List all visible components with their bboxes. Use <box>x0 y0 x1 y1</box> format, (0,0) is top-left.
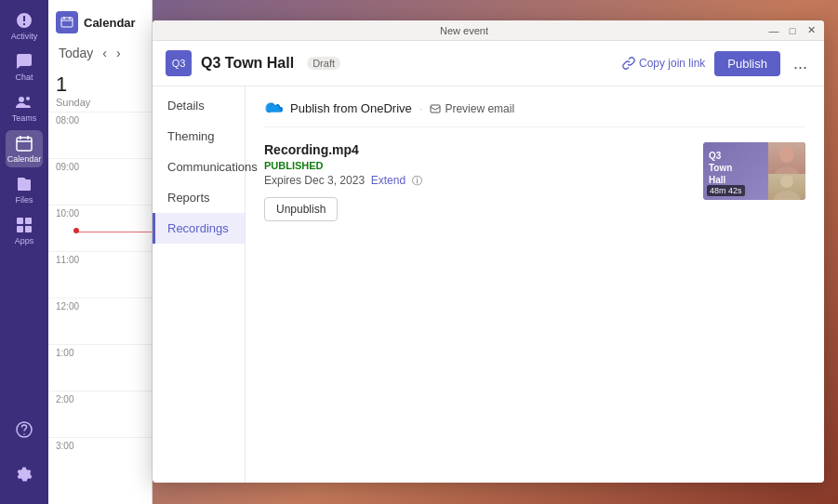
nav-item-reports[interactable]: Reports <box>153 182 245 213</box>
minimize-button[interactable]: — <box>768 25 779 36</box>
sidebar-item-calendar[interactable]: Calendar <box>6 130 43 167</box>
thumbnail-person2 <box>768 174 805 200</box>
recording-expiry: Expires Dec 3, 2023 Extend ⓘ <box>264 174 688 188</box>
draft-badge: Draft <box>307 57 340 70</box>
sidebar-item-teams[interactable]: Teams <box>6 89 43 126</box>
publish-source-label: Publish from OneDrive <box>290 101 412 115</box>
nav-item-theming[interactable]: Theming <box>153 121 245 152</box>
extend-link[interactable]: Extend <box>371 174 406 187</box>
modal-content: Publish from OneDrive · Preview email Re… <box>246 86 824 483</box>
recording-item: Recording.mp4 PUBLISHED Expires Dec 3, 2… <box>264 142 805 221</box>
thumbnail-duration: 48m 42s <box>707 185 745 196</box>
sidebar-item-files[interactable]: Files <box>6 171 43 208</box>
svg-point-14 <box>774 191 800 200</box>
svg-rect-10 <box>431 105 440 113</box>
time-slot-0800: 08:00 <box>48 112 152 158</box>
modal-header: Q3 Q3 Town Hall Draft Copy join link Pub… <box>153 41 824 86</box>
event-title: Q3 Town Hall <box>201 55 294 72</box>
calendar-panel: Calendar Today ‹ › 1 Sunday 08:00 09:00 … <box>48 0 153 504</box>
divider: · <box>419 101 423 115</box>
svg-rect-6 <box>25 226 32 232</box>
more-options-button[interactable]: ... <box>790 54 811 73</box>
modal-body: Details Theming Communications Reports R… <box>153 86 824 483</box>
svg-rect-3 <box>17 218 23 224</box>
sidebar-item-apps[interactable]: Apps <box>6 212 43 249</box>
event-icon: Q3 <box>166 50 192 76</box>
calendar-icon <box>56 11 78 33</box>
calendar-title: Calendar <box>84 16 136 30</box>
recording-info: Recording.mp4 PUBLISHED Expires Dec 3, 2… <box>264 142 688 221</box>
teams-sidebar: Activity Chat Teams Calendar Files Apps <box>0 0 48 504</box>
modal-titlebar: New event — □ ✕ <box>153 20 824 41</box>
recording-name: Recording.mp4 <box>264 142 688 157</box>
modal-nav: Details Theming Communications Reports R… <box>153 86 246 483</box>
close-button[interactable]: ✕ <box>805 25 817 36</box>
calendar-time-list: 08:00 09:00 10:00 11:00 12:00 1:00 2:00 … <box>48 112 152 484</box>
published-badge: PUBLISHED <box>264 160 688 171</box>
svg-rect-2 <box>17 138 32 151</box>
calendar-day-display: 1 Sunday <box>48 65 152 112</box>
window-controls: — □ ✕ <box>768 25 817 36</box>
time-slot-0900: 09:00 <box>48 158 152 205</box>
svg-point-1 <box>26 97 30 100</box>
preview-email-button[interactable]: Preview email <box>430 102 514 115</box>
svg-point-13 <box>780 175 793 188</box>
nav-item-communications[interactable]: Communications <box>153 152 245 182</box>
calendar-day-number: 1 <box>56 73 144 97</box>
recording-thumbnail: Q3 Town Hall <box>703 142 805 200</box>
modal-title: New event <box>160 25 768 36</box>
prev-button[interactable]: ‹ <box>100 45 110 61</box>
time-slot-1200: 12:00 <box>48 298 152 344</box>
publish-button[interactable]: Publish <box>714 51 780 76</box>
unpublish-button[interactable]: Unpublish <box>264 197 338 221</box>
thumbnail-person1 <box>768 142 805 178</box>
header-actions: Copy join link Publish ... <box>622 51 811 76</box>
svg-point-11 <box>779 146 794 163</box>
calendar-nav: Today ‹ › <box>48 41 152 65</box>
calendar-day-name: Sunday <box>56 97 144 108</box>
time-slot-1300: 1:00 <box>48 344 152 391</box>
onedrive-icon <box>264 102 283 115</box>
time-slot-1400: 2:00 <box>48 391 152 437</box>
sidebar-item-help[interactable] <box>6 411 43 448</box>
time-slot-1500: 3:00 <box>48 437 152 484</box>
maximize-button[interactable]: □ <box>787 25 798 36</box>
thumbnail-text: Q3 Town Hall <box>709 150 732 186</box>
thumbnail-inner: Q3 Town Hall <box>703 142 805 200</box>
svg-point-0 <box>19 97 24 102</box>
sidebar-item-activity[interactable]: Activity <box>6 7 43 45</box>
svg-rect-9 <box>61 18 73 27</box>
svg-rect-5 <box>17 226 23 232</box>
calendar-header: Calendar <box>48 0 152 41</box>
time-slot-1100: 11:00 <box>48 251 152 298</box>
sidebar-item-settings[interactable] <box>6 456 43 493</box>
sidebar-item-chat[interactable]: Chat <box>6 48 43 86</box>
next-button[interactable]: › <box>113 45 124 61</box>
today-button[interactable]: Today <box>56 45 96 61</box>
nav-item-details[interactable]: Details <box>153 90 245 121</box>
svg-point-8 <box>23 433 25 435</box>
copy-join-link-button[interactable]: Copy join link <box>622 57 705 70</box>
publish-source-bar: Publish from OneDrive · Preview email <box>264 101 805 127</box>
info-icon: ⓘ <box>412 175 422 186</box>
sidebar-bottom <box>6 411 43 497</box>
nav-item-recordings[interactable]: Recordings <box>153 213 245 244</box>
svg-rect-4 <box>25 218 32 224</box>
time-slot-1000: 10:00 <box>48 205 152 251</box>
event-modal: New event — □ ✕ Q3 Q3 Town Hall Draft Co… <box>153 20 824 483</box>
